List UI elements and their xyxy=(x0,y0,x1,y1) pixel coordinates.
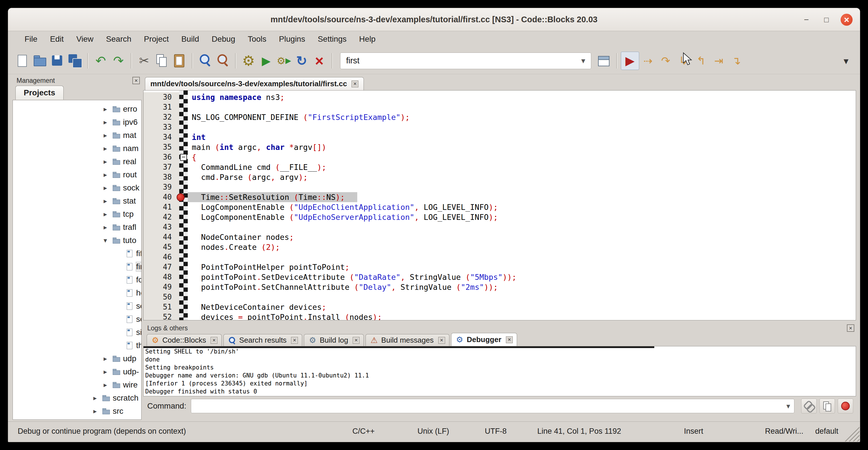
close-icon[interactable]: × xyxy=(291,337,298,344)
minimize-button[interactable] xyxy=(801,14,812,25)
copy-button[interactable] xyxy=(153,52,170,70)
close-icon[interactable]: × xyxy=(847,324,854,332)
build-target-options-button[interactable] xyxy=(595,52,613,70)
next-line-button[interactable] xyxy=(657,52,675,70)
copy-log-button[interactable] xyxy=(819,399,835,414)
menu-item-settings[interactable]: Settings xyxy=(311,32,353,46)
menu-item-tools[interactable]: Tools xyxy=(241,32,273,46)
close-icon[interactable]: × xyxy=(351,81,359,87)
chevron-down-icon[interactable] xyxy=(786,402,790,411)
tree-item-udp-[interactable]: ▸udp- xyxy=(13,365,141,378)
chevron-right-icon[interactable]: ▸ xyxy=(103,223,113,231)
code-line-50[interactable]: 50 xyxy=(144,292,856,302)
code-line-39[interactable]: 39 xyxy=(144,182,856,192)
tree-item-se[interactable]: se xyxy=(13,313,141,326)
code-line-30[interactable]: 30using namespace ns3; xyxy=(144,92,856,102)
code-line-31[interactable]: 31 xyxy=(144,102,856,112)
chevron-right-icon[interactable]: ▸ xyxy=(103,171,113,179)
close-icon[interactable]: × xyxy=(506,336,513,343)
abort-build-button[interactable] xyxy=(310,52,328,70)
chevron-right-icon[interactable]: ▸ xyxy=(103,197,113,205)
redo-button[interactable] xyxy=(110,52,127,70)
command-input[interactable] xyxy=(191,399,795,413)
code-line-42[interactable]: 42 LogComponentEnable ("UdpEchoServerApp… xyxy=(144,212,856,222)
menu-item-build[interactable]: Build xyxy=(175,32,205,46)
stop-debugger-button[interactable] xyxy=(838,399,853,414)
tree-item-erro[interactable]: ▸erro xyxy=(13,102,141,116)
new-file-button[interactable] xyxy=(13,52,31,70)
close-button[interactable] xyxy=(841,14,852,26)
chevron-right-icon[interactable]: ▸ xyxy=(103,184,113,192)
chevron-right-icon[interactable]: ▸ xyxy=(103,381,113,389)
maximize-button[interactable] xyxy=(820,14,832,25)
find-in-files-button[interactable] xyxy=(214,52,232,70)
chevron-right-icon[interactable]: ▸ xyxy=(103,158,113,166)
menu-item-search[interactable]: Search xyxy=(100,32,138,46)
cut-button[interactable] xyxy=(135,52,153,70)
tree-item-sock[interactable]: ▸sock xyxy=(13,181,141,194)
code-line-44[interactable]: 44 NodeContainer nodes; xyxy=(144,232,856,242)
code-line-48[interactable]: 48 pointToPoint.SetDeviceAttribute ("Dat… xyxy=(144,272,856,282)
tree-item-se[interactable]: se xyxy=(13,300,141,313)
close-icon[interactable]: × xyxy=(132,77,140,84)
menu-item-debug[interactable]: Debug xyxy=(206,32,242,46)
build-and-run-button[interactable] xyxy=(275,52,293,70)
chevron-right-icon[interactable]: ▸ xyxy=(93,407,102,415)
log-tab-build-log[interactable]: Build log× xyxy=(304,334,364,346)
code-line-46[interactable]: 46 xyxy=(144,252,856,262)
code-line-38[interactable]: 38 cmd.Parse (argc, argv); xyxy=(144,172,856,182)
tree-item-fif[interactable]: fif xyxy=(13,247,141,260)
chevron-right-icon[interactable]: ▸ xyxy=(103,368,113,376)
save-all-button[interactable] xyxy=(66,52,84,70)
tree-item-real[interactable]: ▸real xyxy=(13,155,141,168)
code-line-47[interactable]: 47 PointToPointHelper pointToPoint; xyxy=(144,262,856,272)
code-line-41[interactable]: 41 LogComponentEnable ("UdpEchoClientApp… xyxy=(144,202,856,212)
tree-item-wire[interactable]: ▸wire xyxy=(13,378,141,391)
chevron-down-icon[interactable]: ▾ xyxy=(103,236,113,244)
chevron-right-icon[interactable]: ▸ xyxy=(103,105,113,113)
toolbar-overflow-button[interactable] xyxy=(837,52,855,70)
code-line-45[interactable]: 45 nodes.Create (2); xyxy=(144,242,856,252)
code-line-36[interactable]: 36{ xyxy=(144,152,856,162)
chevron-right-icon[interactable]: ▸ xyxy=(93,394,102,402)
build-target-select[interactable]: first xyxy=(340,53,591,69)
rebuild-button[interactable] xyxy=(293,52,310,70)
tab-projects[interactable]: Projects xyxy=(16,86,64,100)
breakpoint-icon[interactable] xyxy=(177,193,185,201)
code-line-51[interactable]: 51 NetDeviceContainer devices; xyxy=(144,302,856,312)
close-icon[interactable]: × xyxy=(438,337,445,344)
log-tab-debugger[interactable]: Debugger× xyxy=(451,333,517,346)
tree-item-tuto[interactable]: ▾tuto xyxy=(13,234,141,247)
step-into-instruction-button[interactable] xyxy=(727,52,745,70)
code-line-52[interactable]: 52 devices = pointToPoint.Install (nodes… xyxy=(144,312,856,320)
menu-item-edit[interactable]: Edit xyxy=(44,32,70,46)
tree-item-ipv6[interactable]: ▸ipv6 xyxy=(13,116,141,129)
code-line-40[interactable]: 40 Time::SetResolution (Time::NS); xyxy=(144,192,856,202)
tree-item-th[interactable]: th xyxy=(13,339,141,352)
run-to-cursor-button[interactable] xyxy=(639,52,657,70)
next-instruction-button[interactable] xyxy=(710,52,727,70)
chevron-down-icon[interactable] xyxy=(581,56,585,65)
fold-marker-icon[interactable] xyxy=(180,154,187,161)
attach-button[interactable] xyxy=(801,399,817,414)
tree-item-stat[interactable]: ▸stat xyxy=(13,194,141,208)
tree-item-rout[interactable]: ▸rout xyxy=(13,168,141,181)
tree-item-trafl[interactable]: ▸trafl xyxy=(13,221,141,234)
paste-button[interactable] xyxy=(170,52,188,70)
close-icon[interactable]: × xyxy=(353,337,360,344)
tree-item-mat[interactable]: ▸mat xyxy=(13,129,141,142)
chevron-right-icon[interactable]: ▸ xyxy=(103,145,113,152)
title-bar[interactable]: mnt/dev/tools/source/ns-3-dev/examples/t… xyxy=(8,8,860,31)
tree-item-fir[interactable]: fir xyxy=(13,260,141,273)
code-line-33[interactable]: 33 xyxy=(144,122,856,132)
menu-item-plugins[interactable]: Plugins xyxy=(273,32,312,46)
log-tab-code-blocks[interactable]: Code::Blocks× xyxy=(147,334,222,346)
run-button[interactable] xyxy=(257,52,275,70)
menu-item-help[interactable]: Help xyxy=(353,32,382,46)
close-icon[interactable]: × xyxy=(211,337,217,344)
code-line-35[interactable]: 35main (int argc, char *argv[]) xyxy=(144,142,856,152)
chevron-right-icon[interactable]: ▸ xyxy=(103,131,113,139)
code-line-32[interactable]: 32NS_LOG_COMPONENT_DEFINE ("FirstScriptE… xyxy=(144,112,856,122)
tree-item-six[interactable]: six xyxy=(13,326,141,339)
tree-item-fo[interactable]: fo xyxy=(13,273,141,287)
